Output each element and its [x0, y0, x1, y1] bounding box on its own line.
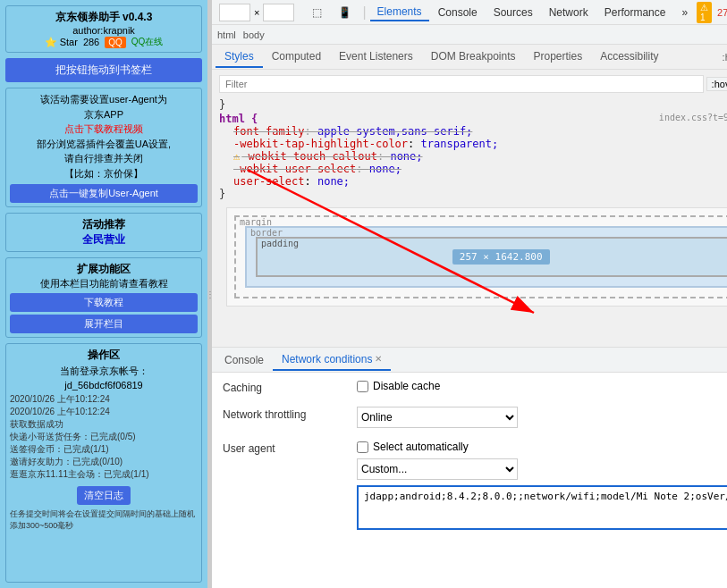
top-icon-mobile[interactable]: 📱	[331, 4, 359, 21]
ops-title: 操作区	[10, 348, 198, 363]
promo-link[interactable]: 全民营业	[10, 232, 198, 248]
info-box: 该活动需要设置user-Agent为 京东APP 点击下载教程视频 部分浏览器插…	[5, 88, 202, 207]
error-count: 27	[717, 7, 727, 18]
ops-box: 操作区 当前登录京东帐号： jd_56bdcf6f06819 2020/10/2…	[5, 343, 202, 583]
network-conditions-panel: Caching Disable cache Network throttling…	[212, 373, 727, 588]
info-line1: 该活动需要设置user-Agent为	[10, 92, 198, 107]
box-padding: padding - 257 × 1642.800	[256, 237, 727, 277]
log3: 获取数据成功	[10, 418, 198, 431]
log5: 送签得金币：已完成(1/1)	[10, 443, 198, 456]
css-rule-header: html { index.css?t=925010924:1	[219, 113, 727, 125]
tab-computed[interactable]: Computed	[263, 46, 330, 68]
caching-control: Disable cache	[357, 380, 727, 392]
tab-dom-breakpoints[interactable]: DOM Breakpoints	[422, 46, 525, 68]
padding-label: padding	[261, 239, 299, 248]
download-button[interactable]: 下载教程	[10, 293, 198, 312]
extension-panel: 京东领券助手 v0.4.3 author:krapnik ⭐ Star 286 …	[0, 0, 207, 588]
breadcrumb-html[interactable]: html	[217, 29, 236, 40]
extension-author: author:krapnik	[8, 25, 199, 36]
close-network-tab-icon[interactable]: ✕	[375, 354, 382, 364]
styles-content: :hov .cls + } html { index.css?t=9250109…	[212, 70, 727, 347]
useragent-row: User agent Select automatically Custom..…	[223, 441, 727, 530]
ops-more: 任务提交时间将会在设置提交间隔时间的基础上随机添加300~500毫秒	[10, 508, 198, 532]
closing-brace: }	[219, 188, 727, 200]
caching-row: Caching Disable cache	[223, 380, 727, 394]
css-rule-html: html { index.css?t=925010924:1 font-fami…	[219, 113, 727, 200]
ops-user-id: jd_56bdcf6f06819	[10, 380, 198, 391]
box-model: margin - border - padding - 257 × 1642.8…	[226, 207, 727, 307]
useragent-control: Select automatically Custom... jdapp;and…	[357, 441, 727, 530]
tab-performance[interactable]: Performance	[597, 4, 673, 21]
box-margin: margin - border - padding - 257 × 1642.8…	[234, 215, 727, 298]
log6: 邀请好友助力：已完成(0/10)	[10, 456, 198, 468]
bookmark-button[interactable]: 把按钮拖动到书签栏	[5, 58, 202, 82]
css-prop-tap-highlight: -webkit-tap-highlight-color: transparent…	[219, 138, 727, 150]
css-source[interactable]: index.css?t=925010924:1	[659, 113, 727, 125]
css-selector: html {	[219, 113, 258, 125]
tab-console-lower[interactable]: Console	[216, 350, 273, 370]
css-prop-user-select-webkit: -webkit-user-select: none;	[219, 163, 727, 175]
hov-button[interactable]: :hov	[719, 50, 727, 64]
tab-elements[interactable]: Elements	[370, 4, 429, 21]
useragent-label: User agent	[223, 441, 348, 455]
disable-cache-checkbox[interactable]	[357, 381, 368, 392]
info-line2: 京东APP	[10, 107, 198, 122]
extend-title: 扩展功能区	[10, 262, 198, 277]
qq-badge: QQ	[105, 37, 126, 48]
devtools-panel: 257 × 840 ⬚ 📱 | Elements Console Sources…	[212, 0, 727, 588]
breadcrumb: html body	[212, 25, 727, 45]
height-input[interactable]: 840	[263, 4, 294, 21]
separator1: |	[362, 4, 366, 21]
log7: 逛逛京东11.11主会场：已完成(1/1)	[10, 468, 198, 481]
filter-input[interactable]	[219, 75, 704, 93]
hov-filter-button[interactable]: :hov	[706, 77, 727, 91]
top-icon-inspect[interactable]: ⬚	[305, 4, 329, 21]
width-input[interactable]: 257	[219, 4, 250, 21]
expand-button[interactable]: 展开栏目	[10, 315, 198, 333]
extension-header: 京东领券助手 v0.4.3 author:krapnik ⭐ Star 286 …	[5, 5, 202, 53]
log1: 2020/10/26 上午10:12:24	[10, 393, 198, 406]
tab-more[interactable]: »	[674, 4, 695, 21]
breadcrumb-body[interactable]: body	[243, 29, 265, 40]
throttling-label: Network throttling	[223, 407, 348, 421]
filter-row: :hov .cls +	[219, 73, 727, 95]
caching-label: Caching	[223, 380, 348, 394]
devtools-right-icons: ⚠ 1 27 ⚙ ⋮ ✕	[697, 2, 727, 23]
throttling-control: Online Fast 3G Slow 3G Offline	[357, 407, 727, 428]
tutorial-link[interactable]: 点击下载教程视频	[10, 122, 198, 137]
styles-tabs-row: Styles Computed Event Listeners DOM Brea…	[212, 45, 727, 70]
warning-badge: ⚠ 1	[697, 2, 712, 23]
info-line5: 【比如：京价保】	[10, 166, 198, 181]
warning-triangle-icon: ⚠	[233, 150, 240, 163]
clear-log-button[interactable]: 清空日志	[77, 486, 131, 505]
dimension-separator: ×	[254, 7, 259, 18]
box-border: border - padding - 257 × 1642.800	[245, 226, 727, 288]
css-prop-touch-callout: ⚠-webkit-touch-callout: none;	[219, 150, 727, 163]
box-size-value: 257 × 1642.800	[452, 249, 550, 265]
ua-select[interactable]: Custom...	[357, 458, 518, 480]
star-row: ⭐ Star 286 QQ QQ在线	[8, 36, 199, 48]
tab-sources[interactable]: Sources	[486, 4, 540, 21]
caching-checkbox-row: Disable cache	[357, 380, 727, 392]
tab-accessibility[interactable]: Accessibility	[591, 46, 667, 68]
tab-properties[interactable]: Properties	[524, 46, 591, 68]
tab-network[interactable]: Network	[542, 4, 596, 21]
promo-box: 活动推荐 全民营业	[5, 213, 202, 252]
extend-desc: 使用本栏目功能前请查看教程	[10, 277, 198, 290]
tab-console[interactable]: Console	[431, 4, 485, 21]
log4: 快递小哥送货任务：已完成(0/5)	[10, 431, 198, 443]
tab-styles[interactable]: Styles	[216, 46, 263, 68]
ops-log: 2020/10/26 上午10:12:24 2020/10/26 上午10:12…	[10, 393, 198, 481]
tab-event-listeners[interactable]: Event Listeners	[330, 46, 422, 68]
tab-network-conditions[interactable]: Network conditions ✕	[273, 349, 391, 371]
lower-tabs: Console Network conditions ✕ ✕	[212, 348, 727, 373]
promo-title: 活动推荐	[10, 217, 198, 232]
ua-input[interactable]: jdapp;android;8.4.2;8.0.0;;network/wifi;…	[357, 485, 727, 530]
copy-ua-button[interactable]: 点击一键复制User-Agent	[10, 184, 198, 203]
throttling-select[interactable]: Online Fast 3G Slow 3G Offline	[357, 407, 518, 428]
info-line3: 部分浏览器插件会覆盖UA设置,	[10, 137, 198, 152]
info-line4: 请自行排查并关闭	[10, 151, 198, 166]
extend-box: 扩展功能区 使用本栏目功能前请查看教程 下载教程 展开栏目	[5, 257, 202, 338]
select-auto-checkbox[interactable]	[357, 441, 368, 453]
box-content: 257 × 1642.800	[261, 249, 727, 265]
